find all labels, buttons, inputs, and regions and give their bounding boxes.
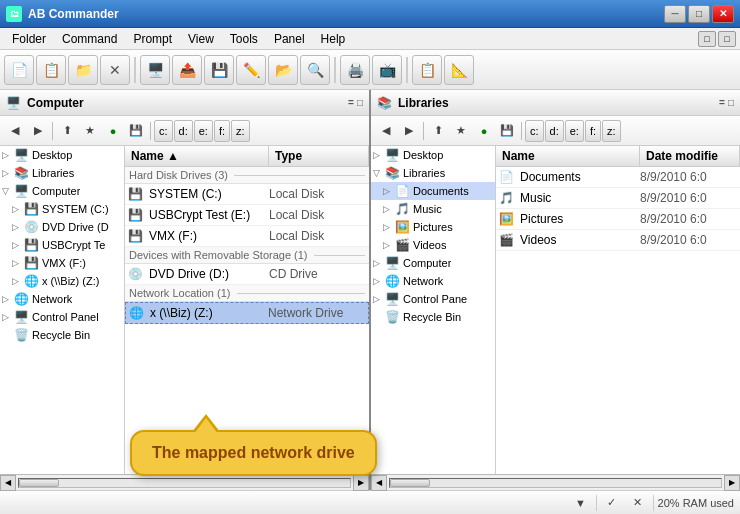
right-tree-desktop-expand[interactable]: ▷	[373, 150, 385, 160]
menu-help[interactable]: Help	[313, 30, 354, 48]
tb-upload[interactable]: 📤	[172, 55, 202, 85]
right-file-documents[interactable]: 📄 Documents 8/9/2010 6:0	[496, 167, 740, 188]
tb-monitor[interactable]: 📺	[372, 55, 402, 85]
left-scroll-right[interactable]: ▶	[353, 475, 369, 491]
right-drive-d[interactable]: d:	[545, 120, 564, 142]
left-green[interactable]: ●	[102, 120, 124, 142]
tb-computer[interactable]: 🖥️	[140, 55, 170, 85]
right-scroll-track[interactable]	[389, 478, 722, 488]
right-tree-recycle-bin[interactable]: 🗑️ Recycle Bin	[371, 308, 495, 326]
right-tree-computer-expand[interactable]: ▷	[373, 258, 385, 268]
right-panel-minimize[interactable]: =	[719, 97, 725, 108]
tb-print[interactable]: 🖨️	[340, 55, 370, 85]
menu-tools[interactable]: Tools	[222, 30, 266, 48]
right-tree-libraries-expand[interactable]: ▽	[373, 168, 385, 178]
right-col-date-header[interactable]: Date modifie	[640, 146, 740, 166]
right-tree-computer[interactable]: ▷ 🖥️ Computer	[371, 254, 495, 272]
left-tree-vmx-expand[interactable]: ▷	[12, 258, 24, 268]
left-file-system-c[interactable]: 💾 SYSTEM (C:) Local Disk	[125, 184, 369, 205]
left-tree-libraries[interactable]: ▷ 📚 Libraries	[0, 164, 124, 182]
right-tree-documents-expand[interactable]: ▷	[383, 186, 395, 196]
left-panel-minimize[interactable]: =	[348, 97, 354, 108]
right-tree-control-panel-expand[interactable]: ▷	[373, 294, 385, 304]
tb-save[interactable]: 💾	[204, 55, 234, 85]
right-tree-pictures-expand[interactable]: ▷	[383, 222, 395, 232]
left-forward[interactable]: ▶	[27, 120, 49, 142]
tb-list[interactable]: 📋	[412, 55, 442, 85]
status-dropdown[interactable]: ▼	[570, 492, 592, 514]
left-tree-system-c[interactable]: ▷ 💾 SYSTEM (C:)	[0, 200, 124, 218]
left-col-type-header[interactable]: Type	[269, 146, 369, 166]
left-tree-libraries-expand[interactable]: ▷	[2, 168, 14, 178]
right-tree-libraries[interactable]: ▽ 📚 Libraries	[371, 164, 495, 182]
right-tree-music-expand[interactable]: ▷	[383, 204, 395, 214]
close-button[interactable]: ✕	[712, 5, 734, 23]
menu-command[interactable]: Command	[54, 30, 125, 48]
tb-copy[interactable]: 📋	[36, 55, 66, 85]
left-scroll-left[interactable]: ◀	[0, 475, 16, 491]
left-drive-z[interactable]: z:	[231, 120, 250, 142]
right-panel-maximize[interactable]: □	[728, 97, 734, 108]
left-tree-network[interactable]: ▷ 🌐 Network	[0, 290, 124, 308]
tb-folder[interactable]: 📁	[68, 55, 98, 85]
left-panel-maximize[interactable]: □	[357, 97, 363, 108]
maximize-button[interactable]: □	[688, 5, 710, 23]
right-green[interactable]: ●	[473, 120, 495, 142]
right-forward[interactable]: ▶	[398, 120, 420, 142]
menu-view[interactable]: View	[180, 30, 222, 48]
right-tree-documents[interactable]: ▷ 📄 Documents	[371, 182, 495, 200]
right-drive-e[interactable]: e:	[565, 120, 584, 142]
left-drive-c[interactable]: c:	[154, 120, 173, 142]
status-check2[interactable]: ✕	[627, 492, 649, 514]
right-tree-music[interactable]: ▷ 🎵 Music	[371, 200, 495, 218]
left-drive-e[interactable]: e:	[194, 120, 213, 142]
right-tree-videos[interactable]: ▷ 🎬 Videos	[371, 236, 495, 254]
right-drive-z[interactable]: z:	[602, 120, 621, 142]
right-star[interactable]: ★	[450, 120, 472, 142]
tb-delete[interactable]: ✕	[100, 55, 130, 85]
right-file-videos[interactable]: 🎬 Videos 8/9/2010 6:0	[496, 230, 740, 251]
left-tree-desktop[interactable]: ▷ 🖥️ Desktop	[0, 146, 124, 164]
left-drive[interactable]: 💾	[125, 120, 147, 142]
left-drive-f[interactable]: f:	[214, 120, 230, 142]
right-tree-network-expand[interactable]: ▷	[373, 276, 385, 286]
left-file-dvd[interactable]: 💿 DVD Drive (D:) CD Drive	[125, 264, 369, 285]
left-tree-usbcrypt[interactable]: ▷ 💾 USBCrypt Te	[0, 236, 124, 254]
right-scroll-left[interactable]: ◀	[371, 475, 387, 491]
minimize-button[interactable]: ─	[664, 5, 686, 23]
right-tree-control-panel[interactable]: ▷ 🖥️ Control Pane	[371, 290, 495, 308]
right-tree-desktop[interactable]: ▷ 🖥️ Desktop	[371, 146, 495, 164]
right-scroll-right[interactable]: ▶	[724, 475, 740, 491]
left-tree-system-c-expand[interactable]: ▷	[12, 204, 24, 214]
right-up[interactable]: ⬆	[427, 120, 449, 142]
left-tree-computer[interactable]: ▽ 🖥️ Computer	[0, 182, 124, 200]
left-tree-recycle-bin[interactable]: 🗑️ Recycle Bin	[0, 326, 124, 344]
left-tree-computer-expand[interactable]: ▽	[2, 186, 14, 196]
tb-search[interactable]: 🔍	[300, 55, 330, 85]
left-tree-control-panel[interactable]: ▷ 🖥️ Control Panel	[0, 308, 124, 326]
right-tree-pictures[interactable]: ▷ 🖼️ Pictures	[371, 218, 495, 236]
menu-folder[interactable]: Folder	[4, 30, 54, 48]
right-tree-videos-expand[interactable]: ▷	[383, 240, 395, 250]
tb-edit[interactable]: ✏️	[236, 55, 266, 85]
left-file-usbcrypt[interactable]: 💾 USBCrypt Test (E:) Local Disk	[125, 205, 369, 226]
tb-open[interactable]: 📂	[268, 55, 298, 85]
left-tree-x-biz-expand[interactable]: ▷	[12, 276, 24, 286]
right-drive-c[interactable]: c:	[525, 120, 544, 142]
menu-bar-btn2[interactable]: □	[718, 31, 736, 47]
right-file-pictures[interactable]: 🖼️ Pictures 8/9/2010 6:0	[496, 209, 740, 230]
right-scroll-thumb[interactable]	[390, 479, 430, 487]
left-drive-d[interactable]: d:	[174, 120, 193, 142]
right-col-name-header[interactable]: Name	[496, 146, 640, 166]
right-drive[interactable]: 💾	[496, 120, 518, 142]
left-tree-x-biz[interactable]: ▷ 🌐 x (\\Biz) (Z:)	[0, 272, 124, 290]
left-tree-vmx[interactable]: ▷ 💾 VMX (F:)	[0, 254, 124, 272]
menu-prompt[interactable]: Prompt	[125, 30, 180, 48]
left-up[interactable]: ⬆	[56, 120, 78, 142]
menu-panel[interactable]: Panel	[266, 30, 313, 48]
left-tree-usbcrypt-expand[interactable]: ▷	[12, 240, 24, 250]
status-check1[interactable]: ✓	[601, 492, 623, 514]
tb-new[interactable]: 📄	[4, 55, 34, 85]
left-tree-dvd-expand[interactable]: ▷	[12, 222, 24, 232]
right-drive-f[interactable]: f:	[585, 120, 601, 142]
